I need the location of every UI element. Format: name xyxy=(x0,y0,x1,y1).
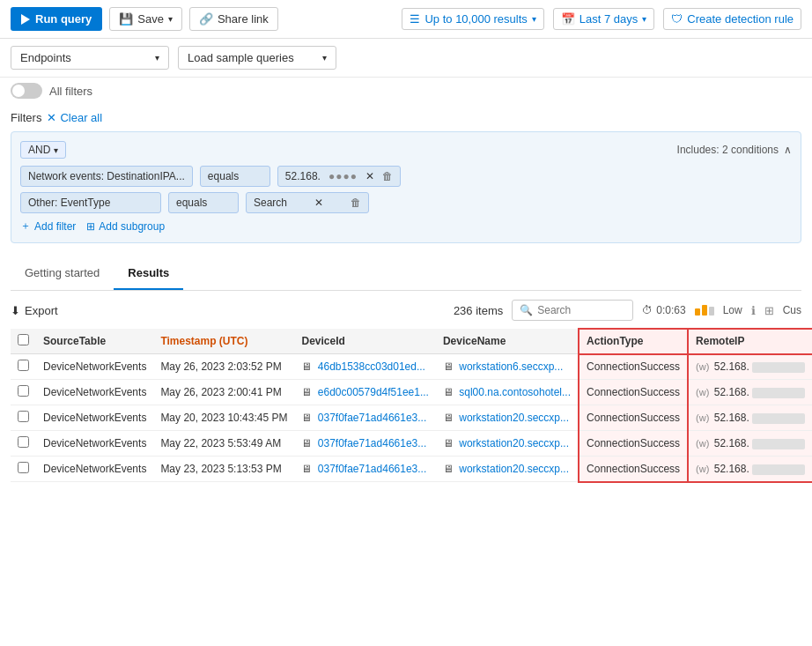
includes-count[interactable]: Includes: 2 conditions ∧ xyxy=(677,144,792,156)
header-device-name: DeviceName xyxy=(436,329,579,354)
severity-label: Low xyxy=(723,304,742,316)
toolbar-right: ☰ Up to 10,000 results ▾ 📅 Last 7 days ▾… xyxy=(402,8,801,30)
row-timestamp: May 26, 2023 2:00:41 PM xyxy=(153,380,294,405)
save-label: Save xyxy=(137,12,164,26)
filter-value-1[interactable]: 52.168. ●●●● ✕ 🗑 xyxy=(277,166,401,187)
dropdowns-row: Endpoints ▾ Load sample queries ▾ xyxy=(0,39,812,78)
add-subgroup-button[interactable]: ⊞ Add subgroup xyxy=(86,219,165,234)
add-subgroup-label: Add subgroup xyxy=(99,220,165,233)
filter-field-2[interactable]: Other: EventType xyxy=(20,192,161,213)
device-name-link[interactable]: workstation20.seccxp... xyxy=(459,463,569,475)
row-checkbox[interactable] xyxy=(18,462,29,473)
share-link-button[interactable]: 🔗 Share link xyxy=(189,7,278,31)
device-name-link[interactable]: sql00.na.contosohotel... xyxy=(459,386,571,398)
date-range-chevron-icon: ▾ xyxy=(642,14,646,24)
row-source-table: DeviceNetworkEvents xyxy=(36,457,153,482)
row-checkbox[interactable] xyxy=(18,360,29,371)
table-row: DeviceNetworkEvents May 23, 2023 5:13:53… xyxy=(11,457,812,482)
create-detection-rule-button[interactable]: 🛡 Create detection rule xyxy=(663,8,801,30)
row-remote-ip: (w) 52.168. ●●●● xyxy=(688,354,812,380)
run-query-button[interactable]: Run query xyxy=(11,7,102,31)
results-toolbar: ⬇ Export 236 items 🔍 ⏱ 0:0:63 Low ℹ ⊞ Cu… xyxy=(11,300,801,321)
sample-queries-chevron-icon: ▾ xyxy=(322,53,327,63)
filter-value-1-clear-icon[interactable]: ✕ xyxy=(365,170,374,182)
device-name-link[interactable]: workstation6.seccxp... xyxy=(459,360,563,373)
filter-label: Filters xyxy=(11,111,41,124)
filter-value-1-delete-icon[interactable]: 🗑 xyxy=(382,170,393,182)
results-right: 236 items 🔍 ⏱ 0:0:63 Low ℹ ⊞ Cus xyxy=(454,300,801,321)
list-icon: ☰ xyxy=(410,12,420,26)
play-icon xyxy=(21,14,30,25)
device-id-link[interactable]: e6d0c00579d4f51ee1... xyxy=(318,386,429,398)
table-row: DeviceNetworkEvents May 22, 2023 5:53:49… xyxy=(11,431,812,457)
row-remote-ip: (w) 52.168. ●●●● xyxy=(688,431,812,457)
custom-label: Cus xyxy=(783,304,801,316)
row-timestamp: May 23, 2023 5:13:53 PM xyxy=(153,457,294,482)
row-device-name: 🖥 workstation20.seccxp... xyxy=(436,457,579,482)
add-filter-button[interactable]: ＋ Add filter xyxy=(20,219,76,234)
device-name-link[interactable]: workstation20.seccxp... xyxy=(459,437,569,449)
sample-queries-dropdown[interactable]: Load sample queries ▾ xyxy=(178,46,336,70)
export-button[interactable]: ⬇ Export xyxy=(11,304,58,317)
timer-badge: ⏱ 0:0:63 xyxy=(642,304,685,316)
select-all-checkbox[interactable] xyxy=(18,334,29,345)
filter-operator-2[interactable]: equals xyxy=(168,192,239,213)
collapse-icon: ∧ xyxy=(784,144,792,156)
endpoint-dropdown[interactable]: Endpoints ▾ xyxy=(11,46,169,70)
row-checkbox-cell xyxy=(11,457,36,482)
device-id-link[interactable]: 037f0fae71ad4661e3... xyxy=(318,412,426,424)
save-chevron-icon: ▾ xyxy=(168,14,173,24)
results-left: ⬇ Export xyxy=(11,304,58,317)
row-source-table: DeviceNetworkEvents xyxy=(36,405,153,431)
all-filters-toggle[interactable] xyxy=(11,83,42,99)
tab-results[interactable]: Results xyxy=(114,257,183,290)
results-table: SourceTable Timestamp (UTC) DeviceId Dev… xyxy=(11,328,812,483)
row-action-type: ConnectionSuccess xyxy=(579,380,688,405)
endpoint-label: Endpoints xyxy=(20,51,71,64)
clear-all-button[interactable]: ✕ Clear all xyxy=(47,111,102,124)
results-search-box[interactable]: 🔍 xyxy=(512,300,633,321)
and-badge-label: AND xyxy=(28,144,50,156)
filter-actions-row: ＋ Add filter ⊞ Add subgroup xyxy=(20,219,792,234)
header-action-type: ActionType xyxy=(579,329,688,354)
results-search-input[interactable] xyxy=(537,304,625,316)
header-device-id: DeviceId xyxy=(294,329,435,354)
row-action-type: ConnectionSuccess xyxy=(579,457,688,482)
tab-getting-started[interactable]: Getting started xyxy=(11,257,114,290)
filter-value-2-text: Search xyxy=(254,197,287,209)
clear-all-label: Clear all xyxy=(60,111,102,124)
filter-operator-1[interactable]: equals xyxy=(200,166,270,187)
row-device-name: 🖥 workstation20.seccxp... xyxy=(436,405,579,431)
row-remote-ip: (w) 52.168. ●●●● xyxy=(688,405,812,431)
save-icon: 💾 xyxy=(119,12,133,26)
device-id-link[interactable]: 46db1538cc03d01ed... xyxy=(318,360,425,373)
device-name-link[interactable]: workstation20.seccxp... xyxy=(459,412,569,424)
filter-field-1[interactable]: Network events: DestinationIPA... xyxy=(20,166,193,187)
row-checkbox[interactable] xyxy=(18,436,29,448)
header-checkbox-cell xyxy=(11,329,36,354)
filter-value-2-clear-icon[interactable]: ✕ xyxy=(314,197,323,209)
row-checkbox-cell xyxy=(11,431,36,457)
row-checkbox-cell xyxy=(11,354,36,380)
tabs: Getting started Results xyxy=(11,257,801,291)
save-button[interactable]: 💾 Save ▾ xyxy=(109,7,182,31)
timer-value: 0:0:63 xyxy=(656,304,685,316)
row-checkbox[interactable] xyxy=(18,411,29,422)
row-remote-ip: (w) 52.168. ●●●● xyxy=(688,380,812,405)
row-checkbox[interactable] xyxy=(18,385,29,397)
row-device-id: 🖥 037f0fae71ad4661e3... xyxy=(294,457,435,482)
search-icon: 🔍 xyxy=(520,304,533,316)
filter-value-1-text: 52.168. xyxy=(285,170,321,182)
date-range-selector[interactable]: 📅 Last 7 days ▾ xyxy=(553,8,655,30)
row-source-table: DeviceNetworkEvents xyxy=(36,380,153,405)
filter-value-2[interactable]: Search ✕ 🗑 xyxy=(246,192,369,213)
create-rule-label: Create detection rule xyxy=(687,12,794,26)
filter-field-1-label: Network events: DestinationIPA... xyxy=(28,170,185,182)
and-badge[interactable]: AND ▾ xyxy=(20,141,66,159)
row-device-id: 🖥 037f0fae71ad4661e3... xyxy=(294,431,435,457)
filter-value-2-delete-icon[interactable]: 🗑 xyxy=(351,197,361,209)
device-id-link[interactable]: 037f0fae71ad4661e3... xyxy=(318,463,426,475)
results-limit-chevron-icon: ▾ xyxy=(532,14,536,24)
results-limit-selector[interactable]: ☰ Up to 10,000 results ▾ xyxy=(402,8,543,30)
device-id-link[interactable]: 037f0fae71ad4661e3... xyxy=(318,437,426,449)
